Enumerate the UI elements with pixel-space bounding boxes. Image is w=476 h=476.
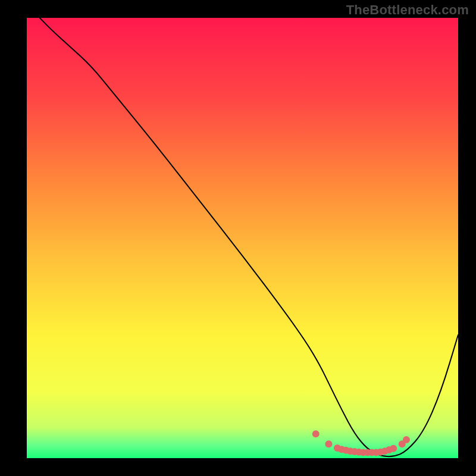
marker-dot: [390, 445, 397, 452]
marker-dot: [312, 430, 320, 437]
chart-frame: TheBottleneck.com: [0, 0, 476, 476]
plot-background: [27, 18, 458, 458]
marker-dot: [403, 436, 410, 443]
marker-dot: [325, 440, 333, 447]
bottleneck-chart: [0, 0, 476, 476]
watermark-text: TheBottleneck.com: [346, 2, 469, 18]
